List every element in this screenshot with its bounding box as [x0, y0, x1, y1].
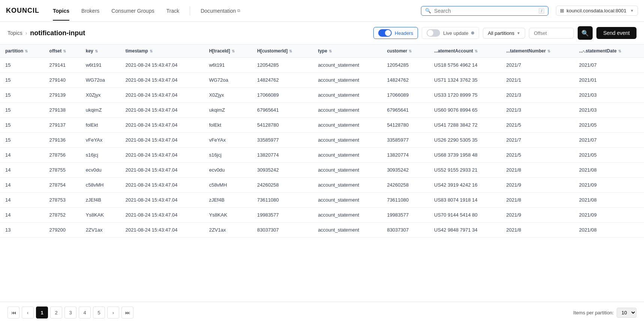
cell-type: account_statement — [313, 223, 382, 238]
cell-htraceid: c58vMH — [204, 178, 252, 193]
cell-statementaccount: US68 3739 1958 48 — [429, 148, 501, 163]
cell-timestamp: 2021-08-24 15:43:47.04 — [120, 103, 204, 118]
table-row[interactable]: 15279136vFeYAx2021-08-24 15:43:47.04vFeY… — [0, 133, 644, 148]
cell-htraceid: 2ZV1ax — [204, 223, 252, 238]
cell-key: s16jcj — [81, 148, 120, 163]
table-row[interactable]: 132792002ZV1ax2021-08-24 15:43:47.042ZV1… — [0, 223, 644, 238]
cell-statementaccount: US71 1324 3762 35 — [429, 73, 501, 88]
cell-timestamp: 2021-08-24 15:43:47.04 — [120, 133, 204, 148]
breadcrumb-topics[interactable]: Topics — [7, 30, 22, 36]
cell-statementnumber: 2021/7 — [501, 133, 574, 148]
table-row[interactable]: 14278752Ys8KAK2021-08-24 15:43:47.04Ys8K… — [0, 208, 644, 223]
cell-key: w6t191 — [81, 58, 120, 73]
cell-offset: 278756 — [44, 148, 81, 163]
data-table-wrap: partition⇅ offset⇅ key⇅ timestamp⇅ H[tra… — [0, 45, 644, 307]
pagination-page-4[interactable]: 4 — [79, 307, 91, 307]
col-type[interactable]: type⇅ — [313, 45, 382, 58]
cell-statementnumber: 2021/3 — [501, 88, 574, 103]
col-partition[interactable]: partition⇅ — [0, 45, 44, 58]
nav-topics[interactable]: Topics — [48, 5, 74, 17]
cell-offset: 279138 — [44, 103, 81, 118]
col-offset[interactable]: offset⇅ — [44, 45, 81, 58]
search-button[interactable]: 🔍 — [578, 26, 593, 40]
cell-customer: 73611080 — [382, 193, 429, 208]
pagination-page-2[interactable]: 2 — [50, 307, 62, 307]
cell-offset: 279200 — [44, 223, 81, 238]
cell-partition: 13 — [0, 223, 44, 238]
cell-statementaccount: US33 1720 8999 75 — [429, 88, 501, 103]
pagination-page-5[interactable]: 5 — [93, 307, 105, 307]
pagination-last[interactable]: ⏭ — [121, 307, 133, 307]
nav-documentation[interactable]: Documentation ⧉ — [196, 5, 245, 17]
nav-brokers[interactable]: Brokers — [77, 5, 104, 17]
cell-htraceid: s16jcj — [204, 148, 252, 163]
cell-hcustomerid: 13820774 — [252, 148, 313, 163]
table-row[interactable]: 15279141w6t1912021-08-24 15:43:47.04w6t1… — [0, 58, 644, 73]
nav-consumer-groups[interactable]: Consumer Groups — [107, 5, 159, 17]
cell-statementnumber: 2021/3 — [501, 103, 574, 118]
cell-partition: 14 — [0, 148, 44, 163]
cell-statementnumber: 2021/5 — [501, 118, 574, 133]
cell-statementnumber: 2021/8 — [501, 163, 574, 178]
col-statement-account[interactable]: ...atementAccount⇅ — [429, 45, 501, 58]
table-row[interactable]: 14278754c58vMH2021-08-24 15:43:47.04c58v… — [0, 178, 644, 193]
cell-statementdate: 2021/05 — [574, 148, 644, 163]
pagination-next[interactable]: › — [107, 307, 119, 307]
cell-statementdate: 2021/07 — [574, 133, 644, 148]
cell-statementdate: 2021/03 — [574, 88, 644, 103]
cell-timestamp: 2021-08-24 15:43:47.04 — [120, 73, 204, 88]
table-row[interactable]: 15279137folEkt2021-08-24 15:43:47.04folE… — [0, 118, 644, 133]
table-body: 15279141w6t1912021-08-24 15:43:47.04w6t1… — [0, 58, 644, 238]
col-statement-date[interactable]: ...-.statementDate⇅ — [574, 45, 644, 58]
cell-htraceid: w6t191 — [204, 58, 252, 73]
col-h-trace-id[interactable]: H[traceId]⇅ — [204, 45, 252, 58]
cell-hcustomerid: 30935242 — [252, 163, 313, 178]
live-update-toggle[interactable] — [427, 29, 440, 37]
pagination-first[interactable]: ⏮ — [7, 307, 19, 307]
search-input[interactable] — [434, 8, 536, 14]
table-row[interactable]: 15279138ukqimZ2021-08-24 15:43:47.04ukqi… — [0, 103, 644, 118]
cell-statementdate: 2021/08 — [574, 163, 644, 178]
cell-hcustomerid: 67965641 — [252, 103, 313, 118]
nav-track[interactable]: Track — [162, 5, 184, 17]
cell-statementaccount: US41 7288 3842 72 — [429, 118, 501, 133]
sort-icon-statementaccount: ⇅ — [475, 49, 478, 53]
col-h-customer-id[interactable]: H[customerId]⇅ — [252, 45, 313, 58]
pagination-page-1[interactable]: 1 — [36, 307, 48, 307]
cell-customer: 13820774 — [382, 148, 429, 163]
table-row[interactable]: 15279140WG72oa2021-08-24 15:43:47.04WG72… — [0, 73, 644, 88]
table-row[interactable]: 14278753zJEf4B2021-08-24 15:43:47.04zJEf… — [0, 193, 644, 208]
col-key[interactable]: key⇅ — [81, 45, 120, 58]
partition-select[interactable]: All partitions ▼ — [483, 28, 525, 39]
cell-timestamp: 2021-08-24 15:43:47.04 — [120, 163, 204, 178]
pagination-page-3[interactable]: 3 — [64, 307, 76, 307]
cell-statementnumber: 2021/1 — [501, 73, 574, 88]
cell-hcustomerid: 73611080 — [252, 193, 313, 208]
table-row[interactable]: 15279139X0Zjyx2021-08-24 15:43:47.04X0Zj… — [0, 88, 644, 103]
cell-customer: 54128780 — [382, 118, 429, 133]
send-event-button[interactable]: Send event — [596, 27, 637, 39]
col-timestamp[interactable]: timestamp⇅ — [120, 45, 204, 58]
cell-statementnumber: 2021/8 — [501, 193, 574, 208]
cell-offset: 278754 — [44, 178, 81, 193]
table-row[interactable]: 14278756s16jcj2021-08-24 15:43:47.04s16j… — [0, 148, 644, 163]
col-statement-number[interactable]: ...tatementNumber⇅ — [501, 45, 574, 58]
cell-offset: 278755 — [44, 163, 81, 178]
col-customer[interactable]: customer⇅ — [382, 45, 429, 58]
cell-key: Ys8KAK — [81, 208, 120, 223]
sort-icon-htraceid: ⇅ — [232, 49, 235, 53]
cell-partition: 14 — [0, 163, 44, 178]
cell-timestamp: 2021-08-24 15:43:47.04 — [120, 58, 204, 73]
cell-type: account_statement — [313, 208, 382, 223]
search-bar: 🔍 / — [421, 6, 548, 16]
headers-toggle-wrap[interactable]: Headers — [373, 27, 418, 39]
cell-statementaccount: US18 5756 4962 14 — [429, 58, 501, 73]
pagination-prev[interactable]: ‹ — [22, 307, 34, 307]
nav-separator — [190, 6, 190, 15]
cell-partition: 14 — [0, 178, 44, 193]
cell-customer: 19983577 — [382, 208, 429, 223]
cluster-selector[interactable]: ⊞ kouncil.consdata.local:8001 ▼ — [556, 6, 638, 16]
headers-toggle[interactable] — [378, 29, 392, 37]
table-row[interactable]: 14278755ecv0du2021-08-24 15:43:47.04ecv0… — [0, 163, 644, 178]
offset-input[interactable] — [529, 28, 574, 39]
